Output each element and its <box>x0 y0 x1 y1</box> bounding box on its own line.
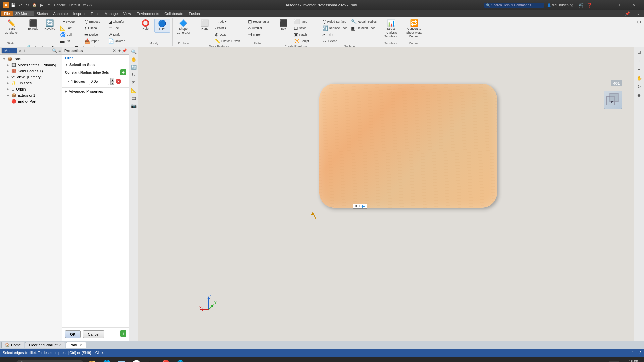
sidebar-view-modes[interactable]: 👁 <box>636 92 643 99</box>
tree-extrusion1[interactable]: ▶ 📦 Extrusion1 <box>1 92 61 98</box>
taskbar-file-explorer[interactable]: 📁 <box>86 358 98 362</box>
fillet-button[interactable]: 🔵 Fillet <box>154 19 170 33</box>
tree-solid-bodies[interactable]: ▶ 🧱 Solid Bodies(1) <box>1 68 61 74</box>
qa-run[interactable]: ▶ <box>39 2 45 8</box>
sketch-driven-button[interactable]: 📏 Sketch Driven <box>213 38 241 44</box>
view-measure-icon[interactable]: 📐 <box>130 87 137 94</box>
import-button[interactable]: 📥 Import <box>83 38 106 44</box>
tab-part6[interactable]: Part6 ✕ <box>66 342 86 348</box>
props-pin-icon[interactable]: 📌 <box>122 48 127 53</box>
taskbar-store[interactable]: 🛍 <box>145 358 157 362</box>
point-button[interactable]: · Point ▾ <box>213 25 241 31</box>
taskbar-browser[interactable]: 🌐 <box>101 358 113 362</box>
menu-view[interactable]: View <box>120 11 134 16</box>
view-pan-icon[interactable]: ✋ <box>130 56 137 63</box>
coil-button[interactable]: 🌀 Coil <box>59 32 82 38</box>
qa-undo[interactable]: ↩ <box>17 2 23 8</box>
sidebar-rotate[interactable]: ↻ <box>636 83 643 90</box>
ucs-button[interactable]: ⊕ UCS <box>213 32 241 38</box>
ribbon-expand-icon[interactable]: ⌄ <box>634 11 643 17</box>
ribbon-settings-icon[interactable]: ⚙ <box>637 19 641 25</box>
sidebar-zoom-out[interactable]: − <box>636 66 643 73</box>
sweep-button[interactable]: 〰 Sweep <box>59 19 82 25</box>
taskbar-teams[interactable]: 💬 <box>130 358 142 362</box>
add-edge-set-button[interactable]: + <box>120 69 126 75</box>
navigation-cube[interactable]: top <box>604 90 622 109</box>
box-button[interactable]: ⬛ Box <box>276 19 292 32</box>
shell-button[interactable]: ▭ Shell <box>107 25 130 31</box>
derive-button[interactable]: ➡ Derive <box>83 32 106 38</box>
navcube-face[interactable]: top <box>604 90 622 109</box>
help-icon[interactable]: ❓ <box>587 3 592 8</box>
tab-model[interactable]: Model <box>1 48 17 54</box>
menu-annotate[interactable]: Annotate <box>50 11 70 16</box>
tree-view[interactable]: ▶ 👁 View: [Primary] <box>1 74 61 80</box>
tree-model-states[interactable]: ▶ 🔲 Model States: [Primary] <box>1 62 61 68</box>
menu-collaborate[interactable]: Collaborate <box>162 11 186 16</box>
replace-face-button[interactable]: 🔄 Replace Face <box>321 25 349 31</box>
circular-button[interactable]: ○ Circular <box>247 25 271 31</box>
face-button[interactable]: ⬜ Face <box>292 19 316 25</box>
maximize-button[interactable]: □ <box>610 0 626 10</box>
edge-spin-down[interactable]: ▼ <box>110 81 114 85</box>
tree-finishes[interactable]: ▶ ✨ Finishes <box>1 80 61 86</box>
loft-button[interactable]: 📐 Loft <box>59 25 82 31</box>
patch-button[interactable]: ▣ Patch <box>292 32 316 38</box>
mirror-button[interactable]: ⊣ Mirror <box>247 32 271 38</box>
edge-remove-button[interactable]: ✕ <box>116 79 121 84</box>
hole-button[interactable]: ⭕ Hole <box>138 19 154 32</box>
tab-add[interactable]: + <box>23 48 26 53</box>
selection-sets-header[interactable]: ▼ Selection Sets <box>62 61 129 68</box>
start-button[interactable]: ⊞ <box>3 358 13 362</box>
tree-part6[interactable]: ▼ 📦 Part6 <box>1 56 61 62</box>
view-camera-icon[interactable]: 📷 <box>130 102 137 109</box>
menu-manage[interactable]: Manage <box>102 11 121 16</box>
menu-file[interactable]: File <box>1 11 13 16</box>
taskbar-search[interactable]: 🔍 Search <box>16 360 83 362</box>
cart-icon[interactable]: 🛒 <box>579 2 584 8</box>
viewport[interactable]: 401 0.05 ▶ <box>138 47 634 341</box>
view-extent-icon[interactable]: ⊡ <box>130 79 137 86</box>
shape-generator-button[interactable]: 🔷 ShapeGenerator <box>175 19 192 36</box>
stitch-button[interactable]: ⊡ Stitch <box>292 25 316 31</box>
tree-search-icon[interactable]: 🔍 <box>52 48 57 53</box>
props-add-button[interactable]: + <box>118 48 121 53</box>
menu-environments[interactable]: Environments <box>134 11 162 16</box>
qa-redo[interactable]: ↪ <box>24 2 31 8</box>
revolve-button[interactable]: 🔄 Revolve <box>42 19 58 32</box>
ribbon-pin-icon[interactable]: 📌 <box>622 11 633 17</box>
ok-button[interactable]: OK <box>65 330 81 338</box>
view-rotate-icon[interactable]: 🔄 <box>130 64 137 70</box>
draft-button[interactable]: ↗ Draft <box>107 32 130 38</box>
qa-home[interactable]: 🏠 <box>32 2 38 8</box>
props-close-button[interactable]: ✕ <box>112 48 117 53</box>
stress-analysis-button[interactable]: 📊 StressAnalysisSimulation <box>383 19 400 39</box>
minimize-button[interactable]: ─ <box>595 0 610 10</box>
taskbar-photos[interactable]: 🔴 <box>160 358 172 362</box>
rectangular-button[interactable]: ⊞ Rectangular <box>247 19 271 25</box>
trim-button[interactable]: ✂ Trim <box>321 32 349 38</box>
ruled-surface-button[interactable]: ⬡ Ruled Surface <box>321 19 349 25</box>
decal-button[interactable]: 🏷 Decal <box>83 25 106 31</box>
sidebar-zoom-fit[interactable]: ⊡ <box>636 48 643 56</box>
dimension-annotation[interactable]: 0.05 ▶ <box>333 204 367 209</box>
unwrap-button[interactable]: 📄 Unwrap <box>107 38 130 44</box>
tab-close-part6[interactable]: ✕ <box>80 343 83 347</box>
dim-expand-icon[interactable]: ▶ <box>362 204 365 208</box>
advanced-props-header[interactable]: ▶ Advanced Properties <box>62 88 129 95</box>
tab-close-model[interactable]: ✕ <box>19 49 21 53</box>
start-2d-sketch-button[interactable]: ✏️ Start2D Sketch <box>3 19 20 36</box>
menu-tools[interactable]: Tools <box>88 11 102 16</box>
view-zoom-icon[interactable]: 🔍 <box>130 48 137 55</box>
axis-button[interactable]: │ Axis ▾ <box>213 19 241 25</box>
plus-button[interactable]: + <box>120 330 126 337</box>
fillet-link[interactable]: Fillet <box>62 55 129 61</box>
sculpt-button[interactable]: 🔆 Sculpt <box>292 38 316 44</box>
tree-menu-icon[interactable]: ≡ <box>58 48 61 53</box>
edge-spin-up[interactable]: ▲ <box>110 78 114 81</box>
qa-save[interactable]: 💾 <box>10 2 16 8</box>
chamfer-button[interactable]: ◢ Chamfer <box>107 19 130 25</box>
menu-fusion[interactable]: Fusion <box>186 11 203 16</box>
sidebar-zoom-in[interactable]: + <box>636 57 643 64</box>
close-button[interactable]: ✕ <box>626 0 641 10</box>
